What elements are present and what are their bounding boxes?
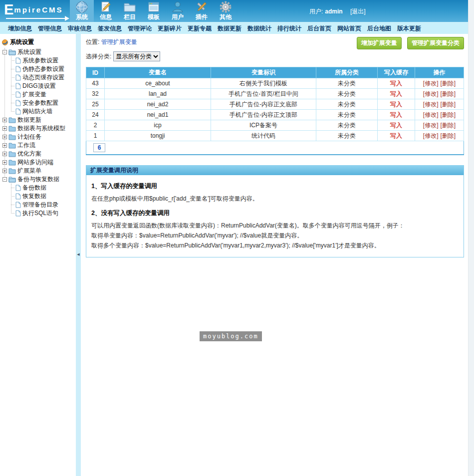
category-select[interactable]: 显示所有分类: [113, 51, 160, 61]
tree-leaf-label[interactable]: 伪静态参数设置: [22, 65, 64, 73]
write-cache-link[interactable]: 写入: [390, 101, 402, 108]
delete-link[interactable]: [删除]: [441, 111, 456, 118]
logo-text: mpireCMS: [14, 5, 63, 14]
collapse-sidebar-icon[interactable]: ◀: [76, 251, 81, 258]
write-cache-link[interactable]: 写入: [390, 111, 402, 118]
expand-box-icon[interactable]: +: [2, 143, 7, 148]
tree-node: -系统设置: [2, 48, 76, 56]
variables-table: ID 变量名 变量标识 所属分类 写入缓存 操作 43ce_about右侧关于我…: [86, 67, 464, 155]
gear-icon: [219, 0, 232, 13]
expand-box-icon[interactable]: +: [2, 118, 7, 122]
user-area: 用户:admin [退出]: [309, 7, 366, 16]
expand-box-icon[interactable]: +: [2, 160, 7, 165]
cell-cache: 写入: [378, 78, 415, 89]
tab-label: 插件: [196, 14, 208, 20]
nav-item-1[interactable]: 管理信息: [35, 22, 65, 34]
page-icon: [15, 83, 21, 89]
tree-node-label[interactable]: 计划任务: [17, 133, 41, 141]
page-icon: [15, 57, 21, 64]
modify-link[interactable]: [修改]: [423, 80, 439, 87]
tree-leaf-label[interactable]: DIGG顶设置: [22, 82, 56, 90]
write-cache-link[interactable]: 写入: [390, 80, 402, 87]
nav-item-12[interactable]: 后台地图: [364, 22, 394, 34]
nav-item-7[interactable]: 数据更新: [215, 22, 244, 34]
nav-item-3[interactable]: 签发信息: [95, 22, 125, 34]
tree-leaf-label[interactable]: 执行SQL语句: [22, 209, 58, 218]
tab-user[interactable]: 用户: [166, 0, 190, 22]
expand-box-icon[interactable]: +: [2, 169, 7, 173]
tree-node-label[interactable]: 工作流: [17, 141, 35, 150]
expand-box-icon[interactable]: +: [2, 135, 7, 139]
logout-link[interactable]: [退出]: [350, 8, 366, 15]
nav-item-9[interactable]: 排行统计: [274, 22, 304, 34]
tree-folder-open-icon: [8, 176, 16, 183]
nav-item-10[interactable]: 后台首页: [304, 22, 334, 34]
cell-desc: 手机广告位-首页/栏目中间: [211, 89, 316, 99]
tree-root-label: 系统设置: [10, 38, 34, 46]
tree-node-label[interactable]: 数据表与系统模型: [17, 124, 65, 133]
tree-node: +优化方案: [2, 150, 76, 158]
tree-node-label[interactable]: 扩展菜单: [17, 167, 41, 175]
tree-leaf: DIGG顶设置: [9, 82, 76, 90]
tree-node-label[interactable]: 网站多访问端: [17, 158, 53, 167]
breadcrumb-link[interactable]: 管理扩展变量: [101, 38, 137, 45]
tree-root: 系统设置: [1, 38, 76, 46]
modify-link[interactable]: [修改]: [423, 111, 439, 118]
tab-column[interactable]: 栏目: [118, 0, 142, 22]
delete-link[interactable]: [删除]: [441, 101, 456, 108]
manage-variable-class-button[interactable]: 管理扩展变量分类: [407, 37, 464, 49]
header-tabs: 系统信息栏目模板用户插件其他: [70, 0, 237, 22]
modify-link[interactable]: [修改]: [423, 101, 439, 108]
tree-leaf-label[interactable]: 扩展变量: [22, 90, 46, 99]
help-body: 1、写入缓存的变量调用 在任意php或模板中用$public_r['add_变量…: [86, 175, 464, 257]
collapse-box-icon[interactable]: -: [2, 50, 7, 54]
nav-item-5[interactable]: 更新碎片: [155, 22, 185, 34]
nav-item-0[interactable]: 增加信息: [5, 22, 35, 34]
tree-leaf-label[interactable]: 管理备份目录: [22, 201, 58, 209]
tab-plugin[interactable]: 插件: [190, 0, 214, 22]
write-cache-link[interactable]: 写入: [390, 132, 402, 139]
nav-item-8[interactable]: 数据统计: [244, 22, 274, 34]
nav-item-2[interactable]: 审核信息: [65, 22, 95, 34]
collapse-box-icon[interactable]: -: [2, 177, 7, 182]
delete-link[interactable]: [删除]: [441, 122, 456, 129]
write-cache-link[interactable]: 写入: [390, 90, 402, 97]
watermark: moyublog.com: [200, 331, 262, 341]
tree-node-label[interactable]: 备份与恢复数据: [17, 175, 59, 184]
tree-folder-icon: [8, 168, 16, 174]
nav-item-13[interactable]: 版本更新: [394, 22, 424, 34]
scrollbar-track[interactable]: [468, 0, 474, 476]
tab-info[interactable]: 信息: [94, 0, 118, 22]
tab-label: 模板: [148, 14, 160, 20]
tab-system[interactable]: 系统: [70, 0, 94, 22]
delete-link[interactable]: [删除]: [441, 90, 456, 97]
tree-node-label[interactable]: 数据更新: [17, 116, 41, 124]
tree-node-label[interactable]: 优化方案: [17, 150, 41, 158]
tree-leaf-label[interactable]: 系统参数设置: [22, 56, 58, 65]
col-header-desc: 变量标识: [211, 67, 316, 78]
user-icon: [171, 0, 184, 13]
expand-box-icon[interactable]: +: [2, 126, 7, 131]
tab-other[interactable]: 其他: [214, 0, 237, 22]
cell-name: lan_ad: [105, 89, 211, 99]
modify-link[interactable]: [修改]: [423, 132, 439, 139]
nav-item-11[interactable]: 网站首页: [334, 22, 364, 34]
tree-leaf: 执行SQL语句: [9, 209, 76, 218]
tree-leaf: 安全参数配置: [9, 99, 76, 107]
tree-node-label[interactable]: 系统设置: [17, 48, 41, 56]
add-variable-button[interactable]: 增加扩展变量: [357, 37, 402, 49]
tree-leaf-label[interactable]: 动态页缓存设置: [22, 73, 64, 82]
tree-leaf-label[interactable]: 安全参数配置: [22, 99, 58, 107]
expand-box-icon[interactable]: +: [2, 152, 7, 156]
nav-item-6[interactable]: 更新专题: [185, 22, 215, 34]
tree-leaf-label[interactable]: 备份数据: [22, 184, 46, 192]
modify-link[interactable]: [修改]: [423, 90, 439, 97]
tree-leaf-label[interactable]: 网站防火墙: [22, 107, 52, 116]
nav-item-4[interactable]: 管理评论: [125, 22, 155, 34]
tree-leaf-label[interactable]: 恢复数据: [22, 192, 46, 201]
write-cache-link[interactable]: 写入: [390, 122, 402, 129]
delete-link[interactable]: [删除]: [441, 80, 456, 87]
delete-link[interactable]: [删除]: [441, 132, 456, 139]
modify-link[interactable]: [修改]: [423, 122, 439, 129]
tab-template[interactable]: 模板: [142, 0, 166, 22]
